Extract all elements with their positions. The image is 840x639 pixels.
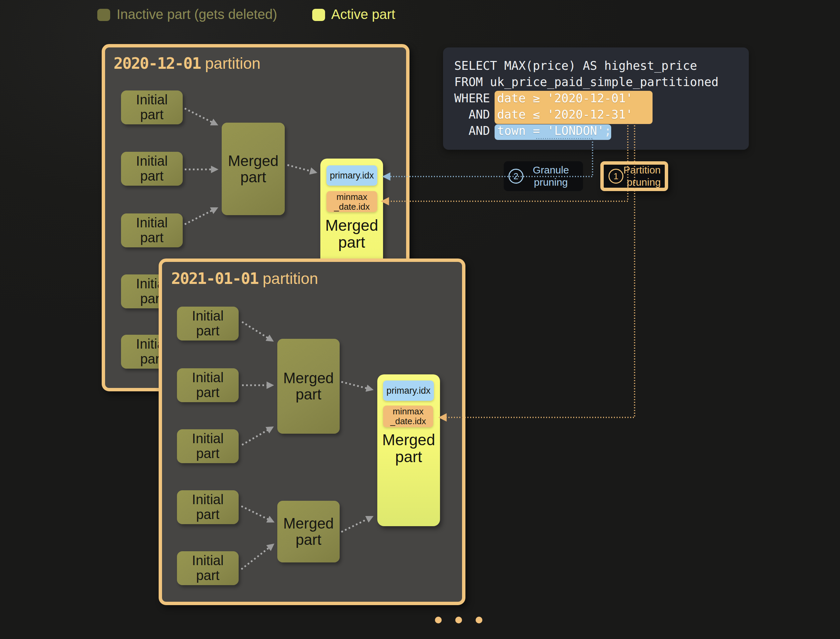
diagram-canvas: Inactive part (gets deleted) Active part… (0, 0, 840, 639)
merged-part-box: Merged part (222, 122, 285, 215)
carousel-dot[interactable] (435, 617, 442, 623)
initial-part-box: Initial part (177, 490, 239, 524)
initial-part-box: Initial part (177, 307, 239, 340)
callout-partition-pruning: 1 Partition pruning (600, 161, 668, 191)
initial-part-box: Initial part (121, 213, 183, 247)
primary-idx-chip: primary.idx (383, 380, 434, 401)
sql-town-condition: town = 'LONDON' (497, 124, 604, 138)
initial-part-box: Initial part (121, 152, 183, 186)
active-merged-part-label: Merged part (377, 431, 440, 465)
inactive-part-swatch (97, 9, 110, 21)
sql-line-1: SELECT MAX(price) AS highest_price (454, 59, 697, 73)
partition-suffix: partition (201, 54, 260, 72)
active-merged-part-label: Merged part (320, 217, 383, 251)
initial-part-box: Initial part (177, 429, 239, 463)
sql-query-block: SELECT MAX(price) AS highest_price FROM … (443, 48, 749, 150)
granule-pruning-label: Granule pruning (523, 164, 578, 188)
active-merged-part-box: primary.idx minmax _date.idx Merged part (377, 374, 440, 526)
partition-title: 2021-01-01 partition (171, 269, 318, 288)
initial-part-box: Initial part (177, 368, 239, 402)
sql-code: SELECT MAX(price) AS highest_price FROM … (454, 57, 719, 139)
initial-part-box: Initial part (121, 91, 183, 124)
sql-date-from-condition: date ≥ '2020-12-01' (497, 92, 633, 105)
partition-title: 2020-12-01 partition (113, 54, 260, 73)
partition-date: 2021-01-01 (171, 269, 258, 288)
primary-idx-chip: primary.idx (327, 165, 377, 186)
partition-pruning-label: Partition pruning (623, 164, 661, 188)
sql-semicolon: ; (604, 124, 612, 138)
active-part-swatch (312, 9, 325, 21)
legend-active-label: Active part (331, 7, 395, 22)
carousel-dot[interactable] (455, 617, 462, 623)
merged-part-box: Merged part (277, 339, 340, 434)
sql-line-4-keyword: AND (454, 108, 497, 121)
initial-part-box: Initial part (177, 551, 239, 585)
circled-number-2-icon: 2 (508, 169, 523, 184)
partition-date: 2020-12-01 (113, 54, 201, 73)
carousel-dot[interactable] (476, 617, 482, 623)
sql-line-2: FROM uk_price_paid_simple_partitioned (454, 75, 719, 89)
circled-number-1-icon: 1 (609, 169, 623, 184)
sql-date-to-condition: date ≤ '2020-12-31' (497, 108, 633, 121)
minmax-date-idx-chip: minmax _date.idx (383, 405, 433, 427)
callout-granule-pruning: 2 Granule pruning (504, 161, 583, 191)
minmax-date-idx-chip: minmax _date.idx (327, 191, 377, 212)
sql-line-3-keyword: WHERE (454, 92, 497, 105)
sql-line-5-keyword: AND (454, 124, 497, 138)
partition-suffix: partition (258, 270, 318, 287)
legend-inactive-label: Inactive part (gets deleted) (116, 7, 277, 22)
partition-2021-01-01-box: 2021-01-01 partition Initial part Initia… (159, 259, 465, 605)
merged-part-box: Merged part (277, 501, 340, 563)
